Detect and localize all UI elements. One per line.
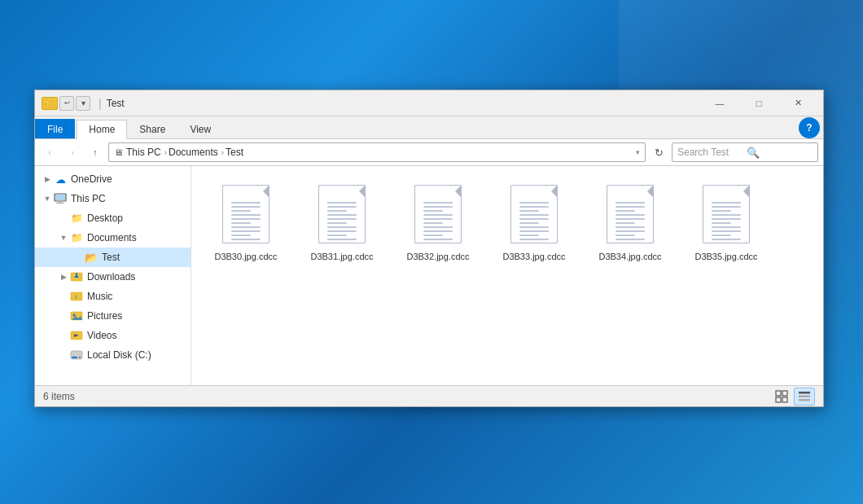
sidebar-label-onedrive: OneDrive: [71, 173, 112, 185]
expand-arrow-test: ▶: [72, 253, 84, 261]
path-segment-thispc: 🖥 This PC ›: [114, 147, 169, 158]
view-details-button[interactable]: [794, 388, 815, 405]
quick-access-folder-icon: [42, 97, 58, 110]
svg-rect-4: [55, 195, 65, 200]
sidebar-label-test: Test: [102, 252, 120, 263]
sidebar-item-music[interactable]: ▶ ♪ Music: [35, 287, 191, 306]
expand-arrow-onedrive: ▶: [42, 175, 53, 183]
svg-rect-24: [799, 392, 810, 394]
sidebar-label-pictures: Pictures: [87, 310, 122, 322]
doc-lines: [226, 202, 265, 240]
sidebar-label-localdisk: Local Disk (C:): [87, 349, 151, 361]
quick-access-toolbar: ↩ ▾: [42, 96, 90, 111]
expand-arrow-downloads: ▶: [58, 273, 69, 281]
expand-arrow-localdisk: ▶: [58, 351, 69, 359]
file-name: D3B33.jpg.cdcc: [502, 251, 565, 262]
sidebar-item-videos[interactable]: ▶ Videos: [35, 326, 191, 345]
minimize-button[interactable]: —: [701, 92, 738, 115]
quick-access-dropdown-btn[interactable]: ▾: [76, 96, 90, 111]
path-segment-test: Test: [226, 147, 243, 158]
svg-rect-6: [56, 203, 64, 204]
expand-arrow-thispc: ▼: [42, 195, 53, 203]
svg-rect-20: [776, 391, 781, 396]
folder-icon-desktop: 📁: [69, 212, 84, 225]
file-name: D3B30.jpg.cdcc: [214, 251, 277, 262]
sidebar-item-desktop[interactable]: ▶ 📁 Desktop: [35, 208, 191, 228]
svg-rect-22: [776, 397, 781, 402]
expand-arrow-documents: ▼: [58, 234, 69, 242]
tab-share[interactable]: Share: [127, 119, 177, 138]
pc-icon: [53, 192, 68, 205]
title-separator: |: [99, 97, 102, 110]
sidebar-item-local-disk[interactable]: ▶ Local Disk (C:): [35, 345, 191, 365]
search-box[interactable]: Search Test 🔍: [672, 142, 818, 162]
sidebar-item-pictures[interactable]: ▶ Pictures: [35, 306, 191, 326]
search-text: Search Test: [677, 147, 743, 158]
sidebar-item-onedrive[interactable]: ▶ ☁ OneDrive: [35, 169, 191, 189]
svg-text:♪: ♪: [74, 293, 77, 300]
svg-rect-25: [799, 395, 810, 397]
file-item[interactable]: D3B34.jpg.cdcc: [585, 176, 675, 267]
document-icon: [318, 185, 366, 243]
path-test-label: Test: [226, 147, 243, 158]
svg-point-19: [79, 357, 81, 358]
path-thispc-label: This PC: [126, 147, 161, 158]
downloads-icon: [69, 270, 84, 283]
refresh-button[interactable]: ↻: [649, 142, 668, 162]
svg-rect-9: [76, 273, 77, 277]
tab-file[interactable]: File: [35, 119, 75, 138]
doc-lines: [707, 202, 746, 240]
file-area: D3B30.jpg.cdccD3B31.jpg.cdccD3B32.jpg.cd…: [191, 166, 823, 385]
sidebar-label-desktop: Desktop: [87, 213, 123, 224]
file-item[interactable]: D3B33.jpg.cdcc: [489, 176, 579, 267]
file-icon: [410, 181, 467, 248]
sidebar-item-documents[interactable]: ▼ 📁 Documents: [35, 228, 191, 248]
path-dropdown-arrow[interactable]: ▾: [636, 148, 640, 156]
item-count: 6 items: [43, 391, 75, 402]
file-item[interactable]: D3B30.jpg.cdcc: [201, 176, 291, 267]
tab-view[interactable]: View: [177, 119, 223, 138]
ribbon-tab-bar: File Home Share View ?: [35, 116, 823, 139]
back-button[interactable]: ‹: [40, 142, 59, 162]
help-button[interactable]: ?: [799, 117, 820, 138]
maximize-button[interactable]: □: [740, 92, 778, 115]
up-button[interactable]: ↑: [85, 142, 105, 162]
sidebar-item-downloads[interactable]: ▶ Downloads: [35, 267, 191, 287]
svg-rect-21: [782, 391, 787, 396]
expand-arrow-music: ▶: [58, 292, 69, 300]
path-arrow-1: ›: [164, 148, 167, 157]
file-item[interactable]: D3B32.jpg.cdcc: [393, 176, 483, 267]
address-path[interactable]: 🖥 This PC › Documents › Test ▾: [108, 142, 646, 162]
svg-rect-2: [45, 101, 49, 103]
folder-icon-documents: 📁: [69, 231, 84, 244]
quick-access-undo-btn[interactable]: ↩: [59, 96, 74, 111]
document-icon: [703, 185, 750, 243]
file-item[interactable]: D3B31.jpg.cdcc: [297, 176, 387, 267]
forward-button[interactable]: ›: [63, 142, 82, 162]
sidebar-item-test[interactable]: ▶ 📂 Test: [35, 248, 191, 267]
expand-arrow-desktop: ▶: [58, 214, 69, 222]
explorer-window: ↩ ▾ | Test — □ ✕ File Home Share View ? …: [34, 90, 824, 407]
close-button[interactable]: ✕: [779, 92, 817, 115]
view-toggle: [771, 388, 815, 405]
tab-home[interactable]: Home: [77, 120, 127, 139]
svg-rect-18: [72, 357, 77, 358]
address-bar: ‹ › ↑ 🖥 This PC › Documents › Test ▾ ↻ S…: [35, 139, 823, 166]
sidebar-label-music: Music: [87, 291, 112, 302]
window-controls: — □ ✕: [701, 92, 817, 115]
folder-icon-test: 📂: [84, 251, 99, 264]
path-segment-documents: Documents ›: [169, 147, 226, 158]
videos-icon: [69, 329, 84, 342]
file-icon: [602, 181, 659, 248]
cloud-icon: ☁: [53, 173, 68, 186]
file-icon: [217, 181, 274, 248]
file-name: D3B32.jpg.cdcc: [406, 251, 469, 262]
file-item[interactable]: D3B35.jpg.cdcc: [681, 176, 771, 267]
path-arrow-2: ›: [221, 148, 224, 157]
search-icon[interactable]: 🔍: [747, 147, 813, 159]
svg-rect-23: [782, 397, 787, 402]
view-medium-icons-button[interactable]: [771, 388, 792, 405]
sidebar-item-this-pc[interactable]: ▼ This PC: [35, 189, 191, 208]
expand-arrow-pictures: ▶: [58, 312, 69, 320]
sidebar-label-documents: Documents: [87, 232, 137, 243]
